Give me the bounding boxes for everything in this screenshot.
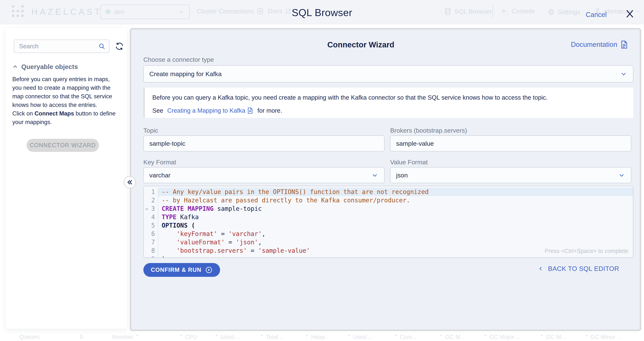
- code-line: 9 ): [144, 255, 633, 258]
- connector-wizard-panel: Connector Wizard Documentation Choose a …: [130, 28, 641, 331]
- wizard-title: Connector Wizard: [328, 40, 394, 49]
- connector-wizard-button[interactable]: CONNECTOR WIZARD: [26, 139, 99, 152]
- search-icon: [98, 42, 105, 50]
- topic-input[interactable]: [149, 140, 378, 147]
- documentation-link[interactable]: Documentation: [571, 40, 628, 49]
- chevron-left-icon: [538, 266, 544, 272]
- value-format-select[interactable]: json: [390, 167, 631, 183]
- chevron-down-icon: [371, 171, 378, 179]
- value-format-label: Value Format: [390, 159, 428, 166]
- code-line: 4 TYPE Kafka: [144, 213, 633, 221]
- back-to-sql-editor-link[interactable]: BACK TO SQL EDITOR: [538, 265, 619, 272]
- chevron-up-icon: [12, 64, 18, 70]
- play-circle-icon: [205, 266, 212, 274]
- panel-header: Connector Wizard: [143, 40, 578, 49]
- code-line: 7 'valueFormat' = 'json',: [144, 238, 633, 246]
- page-title: SQL Browser: [0, 7, 644, 18]
- document-icon: [620, 40, 628, 49]
- connector-type-label: Choose a connector type: [143, 56, 214, 63]
- queryable-objects-header[interactable]: Queryable objects: [12, 63, 78, 70]
- code-line: 3 CREATE MAPPING sample-topic: [144, 204, 633, 213]
- code-line: 1 -- Any key/value pairs in the OPTIONS(…: [144, 188, 633, 196]
- close-icon[interactable]: [624, 8, 635, 19]
- key-format-select[interactable]: varchar: [143, 167, 384, 183]
- sidebar-description: Before you can query entries in maps, yo…: [12, 75, 118, 126]
- brokers-input-box[interactable]: [390, 135, 631, 151]
- sql-code-editor[interactable]: 1 -- Any key/value pairs in the OPTIONS(…: [143, 186, 633, 258]
- collapse-sidebar-button[interactable]: [124, 176, 136, 188]
- info-see-line: See Creating a Mapping to Kafka for more…: [152, 107, 626, 114]
- top-bar: HAZELCAST dev Cluster Connections Docs S…: [0, 0, 644, 24]
- search-input[interactable]: [19, 43, 98, 50]
- brokers-input[interactable]: [396, 140, 625, 147]
- confirm-and-run-button[interactable]: CONFIRM & RUN: [143, 263, 220, 277]
- key-format-label: Key Format: [143, 159, 176, 166]
- fold-chevron-icon[interactable]: [144, 207, 149, 211]
- kafka-info-box: Before you can query a Kafka topic, you …: [143, 88, 633, 118]
- autocomplete-hint: Press <Ctrl+Space> to complete: [545, 248, 628, 255]
- cancel-button[interactable]: Cancel: [586, 11, 607, 19]
- search-box[interactable]: [14, 39, 110, 53]
- refresh-icon[interactable]: [115, 42, 124, 51]
- queryable-objects-sidebar: Queryable objects Before you can query e…: [6, 28, 127, 329]
- brokers-label: Brokers (bootstrap.servers): [390, 127, 467, 134]
- document-icon: [247, 107, 254, 114]
- topic-input-box[interactable]: [143, 135, 384, 151]
- connect-maps-emphasis: Connect Maps: [34, 110, 74, 117]
- topic-label: Topic: [143, 127, 158, 134]
- connector-type-select[interactable]: Create mapping for Kafka: [143, 65, 633, 82]
- code-line: 6 'keyFormat' = 'varchar',: [144, 230, 633, 238]
- creating-mapping-link[interactable]: Creating a Mapping to Kafka: [167, 107, 254, 114]
- background-table-headers: Queues 0 Member ⌃ ⌃ CPU ⌃ Used ... ⌃ Tot…: [0, 334, 644, 341]
- code-line: 2 -- by Hazelcast are passed directly to…: [144, 196, 633, 204]
- info-text: Before you can query a Kafka topic, you …: [152, 94, 626, 101]
- section-title: Queryable objects: [21, 63, 78, 70]
- double-chevron-left-icon: [126, 178, 134, 186]
- code-line: 5 OPTIONS (: [144, 221, 633, 230]
- chevron-down-icon: [620, 70, 628, 78]
- chevron-down-icon: [618, 171, 625, 179]
